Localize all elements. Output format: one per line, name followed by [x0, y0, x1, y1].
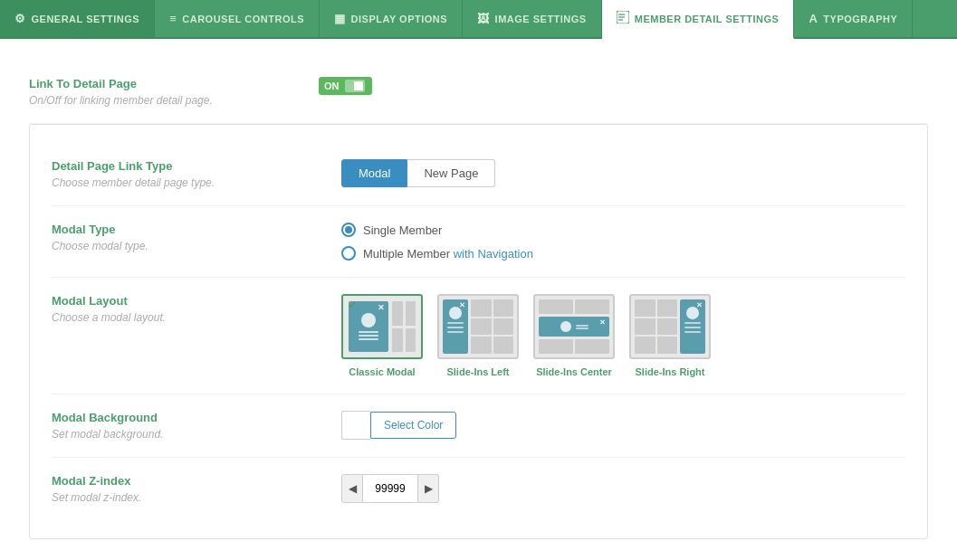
tab-member[interactable]: MEMBER DETAIL SETTINGS — [602, 0, 795, 39]
radio-single[interactable]: Single Member — [341, 223, 905, 237]
slide-right-preview: ✕ — [629, 294, 711, 359]
slide-center-preview: ✕ — [533, 294, 615, 359]
modal-bg-label-col: Modal Background Set modal background. — [52, 411, 341, 441]
modal-background-row: Modal Background Set modal background. S… — [52, 394, 905, 458]
modal-type-row: Modal Type Choose modal type. Single Mem… — [52, 206, 905, 278]
inner-card: Detail Page Link Type Choose member deta… — [29, 124, 928, 539]
tab-typography[interactable]: A TYPOGRAPHY — [794, 0, 913, 37]
link-detail-control: ON — [319, 77, 928, 95]
layout-card-slide-center[interactable]: ✕ Slide-Ins Center — [533, 294, 615, 377]
slide-left-label: Slide-Ins Left — [446, 366, 509, 377]
radio-multiple-label: Multiple Member with Navigation — [363, 247, 533, 261]
tab-display-label: DISPLAY OPTIONS — [351, 14, 448, 24]
layout-card-classic[interactable]: ✕ Classic Modal — [341, 294, 423, 377]
link-detail-row: Link To Detail Page On/Off for linking m… — [29, 61, 928, 124]
link-detail-label-col: Link To Detail Page On/Off for linking m… — [29, 77, 319, 107]
modal-type-label-col: Modal Type Choose modal type. — [52, 223, 341, 252]
select-color-btn[interactable]: Select Color — [370, 412, 456, 439]
tab-image[interactable]: 🖼 IMAGE SETTINGS — [463, 0, 602, 37]
settings-content: Link To Detail Page On/Off for linking m… — [0, 39, 957, 560]
layout-card-slide-right[interactable]: ✕ Slide-Ins Right — [629, 294, 711, 377]
modal-zindex-control: ◀ ▶ — [341, 474, 905, 503]
modal-type-control: Single Member Multiple Member with Navig… — [341, 223, 905, 261]
modal-type-label: Modal Type — [52, 223, 341, 236]
detail-type-control: Modal New Page — [341, 159, 905, 187]
tab-general-label: GENERAL SETTINGS — [32, 14, 140, 24]
slide-left-preview: ✕ — [437, 294, 519, 359]
radio-single-label: Single Member — [363, 223, 442, 237]
modal-layout-label-col: Modal Layout Choose a modal layout. — [52, 294, 341, 324]
member-icon — [617, 11, 629, 26]
classic-modal-preview: ✕ — [341, 294, 423, 359]
detail-type-label: Detail Page Link Type — [52, 159, 341, 173]
slide-right-label: Slide-Ins Right — [636, 366, 705, 377]
stepper-increment[interactable]: ▶ — [417, 474, 439, 503]
stepper-decrement[interactable]: ◀ — [341, 474, 363, 503]
tab-carousel[interactable]: ≡ CAROUSEL CONTROLS — [155, 0, 320, 37]
modal-zindex-row: Modal Z-index Set modal z-index. ◀ ▶ — [52, 458, 905, 520]
tab-general[interactable]: ⚙ GENERAL SETTINGS — [0, 0, 155, 37]
gear-icon: ⚙ — [14, 12, 26, 25]
layout-cards: ✕ Classic Modal — [341, 294, 905, 377]
modal-bg-label: Modal Background — [52, 411, 341, 424]
modal-zindex-desc: Set modal z-index. — [52, 491, 341, 504]
color-picker: Select Color — [341, 411, 905, 440]
toggle-knob — [345, 80, 365, 92]
modal-type-radio-group: Single Member Multiple Member with Navig… — [341, 223, 905, 261]
tab-typography-label: TYPOGRAPHY — [823, 14, 897, 24]
new-page-btn[interactable]: New Page — [407, 159, 495, 187]
link-detail-toggle[interactable]: ON — [319, 77, 372, 95]
detail-type-desc: Choose member detail page type. — [52, 176, 341, 189]
nav-text: with Navigation — [454, 247, 533, 261]
modal-layout-row: Modal Layout Choose a modal layout. — [52, 278, 905, 394]
zindex-stepper: ◀ ▶ — [341, 474, 905, 503]
grid-icon: ▦ — [334, 12, 346, 25]
modal-zindex-label-col: Modal Z-index Set modal z-index. — [52, 474, 341, 504]
tab-bar: ⚙ GENERAL SETTINGS ≡ CAROUSEL CONTROLS ▦… — [0, 0, 957, 39]
link-detail-desc: On/Off for linking member detail page. — [29, 94, 319, 107]
tab-member-label: MEMBER DETAIL SETTINGS — [635, 14, 780, 24]
sliders-icon: ≡ — [169, 12, 177, 25]
tab-image-label: IMAGE SETTINGS — [495, 14, 587, 24]
layout-card-slide-left[interactable]: ✕ — [437, 294, 519, 377]
modal-layout-desc: Choose a modal layout. — [52, 311, 341, 324]
color-swatch[interactable] — [341, 411, 370, 440]
zindex-input[interactable] — [363, 474, 417, 503]
detail-type-label-col: Detail Page Link Type Choose member deta… — [52, 159, 341, 189]
toggle-on-label: ON — [324, 81, 340, 91]
radio-multiple-input — [341, 246, 356, 261]
slide-center-label: Slide-Ins Center — [536, 366, 612, 377]
modal-zindex-label: Modal Z-index — [52, 474, 341, 488]
modal-layout-control: ✕ Classic Modal — [341, 294, 905, 377]
image-icon: 🖼 — [477, 12, 490, 25]
typography-icon: A — [809, 12, 818, 25]
tab-display[interactable]: ▦ DISPLAY OPTIONS — [320, 0, 463, 37]
detail-page-type-row: Detail Page Link Type Choose member deta… — [52, 143, 905, 206]
modal-btn[interactable]: Modal — [341, 159, 407, 187]
radio-single-input — [341, 223, 356, 237]
link-detail-label: Link To Detail Page — [29, 77, 319, 90]
modal-bg-control: Select Color — [341, 411, 905, 440]
classic-modal-label: Classic Modal — [349, 366, 415, 377]
modal-bg-desc: Set modal background. — [52, 428, 341, 441]
tab-carousel-label: CAROUSEL CONTROLS — [182, 14, 304, 24]
modal-type-desc: Choose modal type. — [52, 240, 341, 252]
detail-type-btn-group: Modal New Page — [341, 159, 905, 187]
radio-multiple[interactable]: Multiple Member with Navigation — [341, 246, 905, 261]
modal-layout-label: Modal Layout — [52, 294, 341, 308]
